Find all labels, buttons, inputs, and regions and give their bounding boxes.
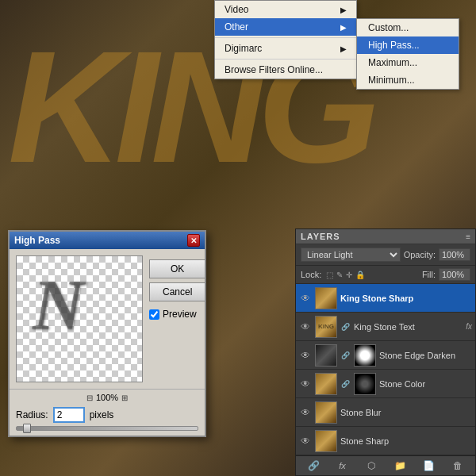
slider-thumb[interactable]: [23, 424, 31, 433]
new-group-icon[interactable]: 📁: [392, 459, 408, 473]
filter-submenu-panel: Video ▶ Other ▶ Custom... High Pass... M…: [214, 0, 357, 79]
opacity-input[interactable]: [439, 248, 470, 261]
layer-eye-1[interactable]: 👁: [299, 321, 312, 332]
lock-transparent-icon[interactable]: ⬚: [326, 271, 333, 279]
layer-name-0: King Stone Sharp: [340, 294, 472, 303]
menu-item-digimarc[interactable]: Digimarc ▶: [215, 40, 356, 57]
layer-thumb-1: KiNG: [315, 316, 337, 338]
layer-mask-thumb-2: [354, 344, 376, 367]
layer-fx-1: fx: [466, 322, 472, 331]
chain-icon-3: 🔗: [341, 380, 350, 388]
radius-row: Radius: pixels: [16, 407, 198, 423]
blend-mode-select[interactable]: Linear Light: [301, 248, 401, 262]
dialog-button-group: OK Cancel Preview: [149, 255, 205, 382]
fill-input[interactable]: [439, 268, 470, 281]
digimarc-arrow-icon: ▶: [340, 44, 347, 53]
thumb-king-1: KiNG: [316, 317, 336, 337]
thumb-sharp-5: [316, 431, 336, 451]
dialog-canvas: N: [16, 255, 143, 382]
video-arrow-icon: ▶: [340, 6, 347, 14]
thumb-color-3: [316, 374, 336, 394]
layer-eye-5[interactable]: 👁: [299, 436, 312, 447]
dialog-footer: ⊟ 100% ⊞ Radius: pixels: [10, 389, 205, 436]
zoom-in-icon[interactable]: ⊞: [121, 393, 128, 402]
menu-separator: [215, 37, 356, 38]
mask-radial-2: [355, 345, 375, 366]
layer-thumb-2: [315, 344, 337, 367]
submenu-item-custom[interactable]: Custom...: [357, 19, 459, 36]
layer-thumb-5: [315, 430, 337, 452]
dialog-title: High Pass: [14, 235, 60, 246]
radius-label: Radius:: [16, 409, 48, 420]
layers-header: LAYERS ≡: [296, 229, 475, 244]
layers-blend-row: Linear Light Opacity:: [296, 244, 475, 266]
thumb-edge-2: [316, 345, 336, 366]
link-layers-icon[interactable]: 🔗: [305, 459, 321, 473]
delete-layer-icon[interactable]: 🗑: [450, 459, 466, 473]
lock-paint-icon[interactable]: ✎: [336, 271, 343, 279]
layer-row-stone-sharp[interactable]: 👁 Stone Sharp: [296, 427, 475, 455]
preview-checkbox[interactable]: [149, 309, 159, 320]
layer-thumb-3: [315, 373, 337, 395]
submenu-item-maximum[interactable]: Maximum...: [357, 54, 459, 71]
layer-row-stone-blur[interactable]: 👁 Stone Blur: [296, 398, 475, 427]
layer-eye-3[interactable]: 👁: [299, 378, 312, 390]
lock-all-icon[interactable]: 🔒: [355, 271, 365, 279]
thumb-blur-4: [316, 402, 336, 423]
layer-row-stone-color[interactable]: 👁 🔗 Stone Color: [296, 370, 475, 398]
layer-thumb-4: [315, 401, 337, 424]
radius-slider[interactable]: [16, 426, 198, 431]
add-mask-icon[interactable]: ⬡: [363, 459, 379, 473]
layers-panel-title: LAYERS: [301, 232, 340, 241]
lock-icons-group: ⬚ ✎ ✛ 🔒: [326, 271, 365, 279]
zoom-out-icon[interactable]: ⊟: [86, 393, 93, 402]
layer-mask-thumb-3: [354, 373, 376, 395]
preview-checkbox-container[interactable]: Preview: [149, 309, 205, 320]
fill-row: Fill:: [422, 268, 470, 281]
layer-thumb-0: [315, 287, 337, 309]
lock-label: Lock:: [301, 270, 321, 279]
dropdown-menu: Video ▶ Other ▶ Custom... High Pass... M…: [214, 0, 357, 79]
dialog-body: N OK Cancel Preview: [10, 249, 205, 389]
layer-name-4: Stone Blur: [340, 408, 472, 417]
layer-name-5: Stone Sharp: [340, 436, 472, 446]
layer-row-stone-edge-darken[interactable]: 👁 🔗 Stone Edge Darken: [296, 341, 475, 370]
highpass-dialog: High Pass ✕ N OK Cancel Preview ⊟ 100% ⊞…: [8, 230, 206, 437]
menu-item-browse[interactable]: Browse Filters Online...: [215, 61, 356, 79]
chain-icon-2: 🔗: [341, 351, 350, 359]
submenu-item-minimum[interactable]: Minimum...: [357, 71, 459, 89]
layer-name-2: Stone Edge Darken: [379, 351, 472, 360]
zoom-percent: 100%: [96, 393, 118, 402]
menu-item-other[interactable]: Other ▶ Custom... High Pass... Maximum..…: [215, 18, 356, 36]
layer-eye-0[interactable]: 👁: [299, 293, 312, 304]
dialog-close-button[interactable]: ✕: [187, 234, 200, 247]
menu-item-video[interactable]: Video ▶: [215, 1, 356, 18]
radius-input[interactable]: [53, 407, 85, 423]
fill-label: Fill:: [422, 270, 436, 279]
lock-move-icon[interactable]: ✛: [346, 271, 352, 279]
ok-button[interactable]: OK: [149, 259, 205, 278]
canvas-preview-letter: N: [33, 264, 80, 346]
layers-panel: LAYERS ≡ Linear Light Opacity: Lock: ⬚ ✎…: [295, 228, 476, 476]
radius-unit: pixels: [90, 409, 114, 420]
layer-row-king-stone-text[interactable]: 👁 KiNG 🔗 King Stone Text fx: [296, 313, 475, 341]
mask-radial-3: [355, 374, 375, 394]
thumb-stone-0: [316, 288, 336, 309]
layers-menu-icon[interactable]: ≡: [466, 232, 470, 241]
other-arrow-icon: ▶: [340, 23, 347, 32]
layers-bottom-bar: 🔗 fx ⬡ 📁 📄 🗑: [296, 455, 475, 475]
layer-eye-2[interactable]: 👁: [299, 350, 312, 361]
add-style-icon[interactable]: fx: [334, 459, 350, 473]
other-submenu: Custom... High Pass... Maximum... Minimu…: [356, 18, 459, 90]
layer-name-1: King Stone Text: [354, 322, 463, 332]
layer-row-king-stone-sharp[interactable]: 👁 King Stone Sharp: [296, 284, 475, 313]
submenu-item-highpass[interactable]: High Pass...: [357, 36, 459, 54]
chain-icon-1: 🔗: [341, 323, 350, 331]
layer-name-3: Stone Color: [379, 379, 472, 389]
opacity-label: Opacity:: [404, 250, 436, 259]
cancel-button[interactable]: Cancel: [149, 282, 205, 301]
lock-row: Lock: ⬚ ✎ ✛ 🔒 Fill:: [296, 266, 475, 284]
menu-separator-2: [215, 59, 356, 60]
layer-eye-4[interactable]: 👁: [299, 407, 312, 418]
new-layer-icon[interactable]: 📄: [420, 459, 436, 473]
